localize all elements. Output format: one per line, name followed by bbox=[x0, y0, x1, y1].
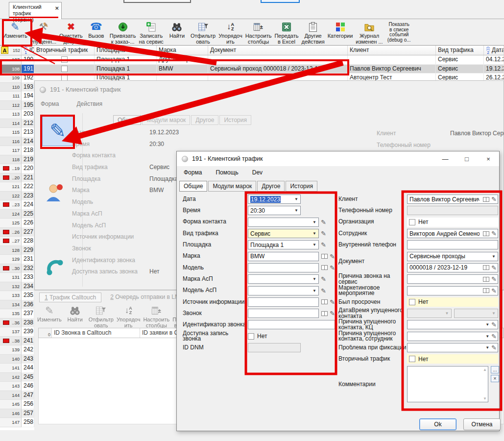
lookup-book-icon[interactable] bbox=[321, 265, 328, 270]
cell-id[interactable]: 233 bbox=[22, 273, 34, 282]
field-employee[interactable]: Викторов Андрей Семенович✎ bbox=[407, 229, 498, 238]
row-header[interactable]: 146 bbox=[0, 409, 22, 418]
cell-id[interactable]: 234 bbox=[22, 282, 34, 292]
cell-id[interactable]: 247 bbox=[22, 391, 34, 400]
cell-date[interactable]: 04.12.2023 bbox=[484, 55, 504, 65]
row-header[interactable]: 131 bbox=[0, 273, 22, 282]
dialog-menu-form[interactable]: Форма bbox=[184, 169, 202, 176]
cell-id[interactable]: 242 bbox=[22, 345, 34, 355]
cell-client[interactable] bbox=[348, 55, 436, 65]
dialog-menu-help[interactable]: Помощь bbox=[216, 169, 238, 176]
column-header-id[interactable]: 1ID bbox=[22, 46, 34, 55]
toolbar-button-clear-document[interactable]: ✖Очистить доку... bbox=[58, 20, 84, 45]
dropdown-arrow-icon[interactable]: ▼ bbox=[485, 334, 489, 339]
combo-model_asp[interactable]: ▼ bbox=[248, 286, 319, 295]
edit-pencil-icon[interactable]: ✎ bbox=[491, 333, 497, 340]
calltouch-tab-1[interactable]: 1 Трафик Calltouch bbox=[39, 293, 101, 302]
dialog-tab-brand-modules[interactable]: Модули марок bbox=[208, 181, 256, 192]
cell-doc[interactable]: Сервисный проход 0000018 / 2023-12-19 bbox=[208, 65, 348, 74]
cell-id[interactable]: 219 bbox=[22, 155, 34, 165]
cancel-button[interactable]: Отмена bbox=[463, 418, 501, 430]
cell-id[interactable]: 226 bbox=[22, 219, 34, 228]
cell-id[interactable]: 214 bbox=[22, 137, 34, 147]
cell-id[interactable]: 236 bbox=[22, 300, 34, 310]
cell-id[interactable]: 190 bbox=[22, 55, 34, 65]
combo-fixation_problem[interactable]: ▼✎ bbox=[407, 343, 498, 352]
row-header[interactable]: 112 bbox=[0, 101, 22, 110]
panel-tab-history[interactable]: История bbox=[219, 115, 251, 125]
cell-id[interactable]: 241 bbox=[22, 337, 34, 346]
edit-pencil-icon[interactable]: ✎ bbox=[491, 288, 497, 294]
row-header[interactable]: 144 bbox=[0, 391, 22, 400]
column-header-doc[interactable]: Документ bbox=[208, 46, 348, 55]
edit-pencil-icon[interactable]: ✎ bbox=[330, 299, 335, 305]
cell-type[interactable]: Сервис bbox=[436, 65, 484, 74]
edit-pencil-icon[interactable]: ✎ bbox=[330, 265, 335, 271]
row-header[interactable]: 134 bbox=[0, 300, 22, 310]
checkbox-icon[interactable] bbox=[409, 219, 415, 225]
combo-missed_reason_employee[interactable]: ▼✎ bbox=[407, 332, 498, 341]
field-info_source[interactable] bbox=[248, 297, 319, 307]
cell-site[interactable]: Площадка 1 bbox=[95, 65, 157, 74]
row-header[interactable]: 143 bbox=[0, 382, 22, 391]
edit-pencil-icon[interactable]: ✎ bbox=[491, 321, 497, 328]
input-call_id[interactable] bbox=[248, 320, 335, 329]
dialog-tab-history[interactable]: История bbox=[286, 181, 317, 192]
cell-id[interactable]: 257 bbox=[22, 409, 34, 418]
row-header[interactable]: 113 bbox=[0, 110, 22, 119]
cell-id[interactable]: 223 bbox=[22, 192, 34, 201]
combo-time[interactable]: 20:30▼ bbox=[248, 206, 301, 215]
field-brand[interactable]: BMW bbox=[248, 252, 319, 261]
cell-id[interactable]: 218 bbox=[22, 146, 34, 155]
cell-site[interactable]: Площадка 1 bbox=[95, 55, 157, 65]
edit-pencil-icon[interactable]: ✎ bbox=[330, 253, 335, 260]
row-header[interactable]: ..19 bbox=[0, 164, 22, 173]
row-header[interactable]: 115 bbox=[0, 128, 22, 137]
cell-id[interactable]: 212 bbox=[22, 119, 34, 128]
toolbar-button-book-service[interactable]: Записать на сервис bbox=[138, 20, 164, 45]
toolbar-button-categories[interactable]: Категории bbox=[327, 20, 354, 39]
row-header[interactable]: 129 bbox=[0, 255, 22, 264]
table-row-190[interactable]: 107190Площадка 1Другая маркаСервис04.12.… bbox=[0, 55, 504, 65]
cell-id[interactable]: 232 bbox=[22, 264, 34, 273]
dialog-tab-general[interactable]: Общие bbox=[179, 181, 207, 192]
combo-document_type[interactable]: Сервисные проходы▼ bbox=[407, 252, 498, 261]
row-header[interactable]: 122 bbox=[0, 192, 22, 201]
edit-pencil-icon[interactable]: ✎ bbox=[491, 230, 497, 237]
panel-menu-form[interactable]: Форма bbox=[41, 100, 59, 107]
dropdown-arrow-icon[interactable]: ▼ bbox=[312, 289, 316, 293]
edit-pencil-icon[interactable]: ✎ bbox=[321, 242, 326, 248]
checkbox-row-was_overdue[interactable]: Нет bbox=[407, 297, 498, 307]
cell-id[interactable]: 246 bbox=[22, 382, 34, 391]
row-header[interactable]: 118 bbox=[0, 155, 22, 165]
cell-id[interactable]: 229 bbox=[22, 246, 34, 255]
cell-secondary-traffic[interactable] bbox=[34, 55, 95, 65]
cell-id[interactable]: 231 bbox=[22, 255, 34, 264]
cell-id[interactable]: 194 bbox=[22, 92, 34, 101]
row-header[interactable]: 128 bbox=[0, 246, 22, 255]
cell-id[interactable]: 228 bbox=[22, 237, 34, 246]
cell-id[interactable]: 245 bbox=[22, 373, 34, 382]
toolbar-button-fix-missed[interactable]: ⚒✎ упущенн... bbox=[29, 20, 57, 45]
clear-button[interactable]: × bbox=[491, 375, 499, 382]
combo-missed_reason_cc[interactable]: ▼✎ bbox=[407, 320, 498, 329]
cell-id[interactable]: 224 bbox=[22, 200, 34, 210]
checkbox-icon[interactable] bbox=[409, 356, 415, 362]
row-header[interactable]: 125 bbox=[0, 219, 22, 228]
dropdown-arrow-icon[interactable]: ▼ bbox=[312, 277, 316, 281]
cell-id[interactable]: 213 bbox=[22, 128, 34, 137]
column-header-client[interactable]: Клиент bbox=[348, 46, 436, 55]
dropdown-arrow-icon[interactable]: ▼ bbox=[312, 243, 316, 247]
field-service_call_reason[interactable]: ✎ bbox=[407, 274, 498, 284]
cell-id[interactable]: 238 bbox=[22, 318, 34, 328]
field-marketing_event[interactable]: ✎ bbox=[407, 286, 498, 295]
edit-pencil-icon[interactable]: ✎ bbox=[491, 344, 497, 351]
lookup-book-icon[interactable] bbox=[483, 231, 489, 237]
grid-corner-header[interactable]: A152 bbox=[0, 46, 22, 55]
dropdown-arrow-icon[interactable]: ▼ bbox=[485, 322, 489, 327]
row-header[interactable]: ..38 bbox=[0, 337, 22, 346]
toolbar-button-other-actions[interactable]: Другие действия bbox=[301, 20, 326, 45]
panel-menu-actions[interactable]: Действия bbox=[76, 100, 102, 107]
lookup-book-icon[interactable] bbox=[483, 288, 489, 294]
row-header[interactable]: ..27 bbox=[0, 237, 22, 246]
